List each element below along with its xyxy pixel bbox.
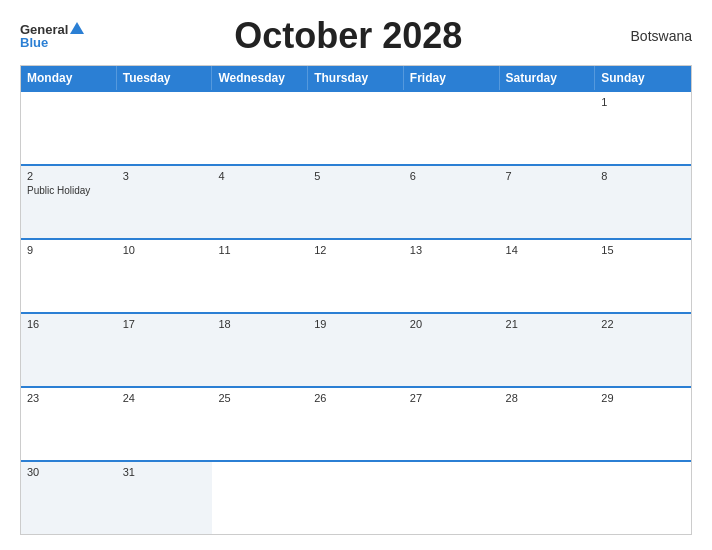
- day-number: 30: [27, 466, 111, 478]
- day-number: 27: [410, 392, 494, 404]
- calendar-cell: 25: [212, 388, 308, 460]
- calendar-cell: 10: [117, 240, 213, 312]
- calendar-cell: [500, 462, 596, 534]
- day-number: 12: [314, 244, 398, 256]
- day-number: 19: [314, 318, 398, 330]
- calendar-cell: 7: [500, 166, 596, 238]
- calendar-cell: 16: [21, 314, 117, 386]
- logo-triangle-icon: [70, 22, 84, 34]
- calendar-week-0: 1: [21, 90, 691, 164]
- calendar-cell: [212, 92, 308, 164]
- calendar-cell: 26: [308, 388, 404, 460]
- calendar-cell: 1: [595, 92, 691, 164]
- calendar-cell: 18: [212, 314, 308, 386]
- calendar-week-2: 9101112131415: [21, 238, 691, 312]
- day-number: 26: [314, 392, 398, 404]
- calendar-cell: 28: [500, 388, 596, 460]
- calendar-cell: 3: [117, 166, 213, 238]
- day-number: 28: [506, 392, 590, 404]
- logo: General Blue: [20, 23, 84, 49]
- calendar-cell: 2Public Holiday: [21, 166, 117, 238]
- calendar-cell: [595, 462, 691, 534]
- calendar-cell: 21: [500, 314, 596, 386]
- day-number: 13: [410, 244, 494, 256]
- calendar-cell: 29: [595, 388, 691, 460]
- header: General Blue October 2028 Botswana: [20, 15, 692, 57]
- calendar-cell: 17: [117, 314, 213, 386]
- calendar-cell: 4: [212, 166, 308, 238]
- header-day-monday: Monday: [21, 66, 117, 90]
- calendar-cell: [500, 92, 596, 164]
- day-number: 18: [218, 318, 302, 330]
- day-number: 9: [27, 244, 111, 256]
- calendar-week-1: 2Public Holiday345678: [21, 164, 691, 238]
- calendar-cell: 31: [117, 462, 213, 534]
- day-number: 31: [123, 466, 207, 478]
- calendar-cell: [212, 462, 308, 534]
- calendar-cell: 13: [404, 240, 500, 312]
- day-number: 21: [506, 318, 590, 330]
- calendar-cell: [404, 462, 500, 534]
- calendar-cell: 6: [404, 166, 500, 238]
- day-number: 10: [123, 244, 207, 256]
- calendar-cell: 11: [212, 240, 308, 312]
- calendar-cell: [308, 462, 404, 534]
- calendar-header: MondayTuesdayWednesdayThursdayFridaySatu…: [21, 66, 691, 90]
- calendar-cell: [404, 92, 500, 164]
- calendar-cell: 8: [595, 166, 691, 238]
- day-number: 29: [601, 392, 685, 404]
- calendar-cell: 19: [308, 314, 404, 386]
- day-event: Public Holiday: [27, 185, 90, 196]
- day-number: 24: [123, 392, 207, 404]
- calendar-cell: 20: [404, 314, 500, 386]
- day-number: 1: [601, 96, 685, 108]
- day-number: 25: [218, 392, 302, 404]
- header-day-sunday: Sunday: [595, 66, 691, 90]
- calendar-title: October 2028: [84, 15, 612, 57]
- calendar-cell: 12: [308, 240, 404, 312]
- country-label: Botswana: [612, 28, 692, 44]
- calendar-cell: 30: [21, 462, 117, 534]
- header-day-wednesday: Wednesday: [212, 66, 308, 90]
- header-day-tuesday: Tuesday: [117, 66, 213, 90]
- day-number: 6: [410, 170, 494, 182]
- day-number: 5: [314, 170, 398, 182]
- calendar-week-3: 16171819202122: [21, 312, 691, 386]
- day-number: 7: [506, 170, 590, 182]
- day-number: 23: [27, 392, 111, 404]
- calendar-week-4: 23242526272829: [21, 386, 691, 460]
- day-number: 20: [410, 318, 494, 330]
- header-day-friday: Friday: [404, 66, 500, 90]
- calendar-cell: 15: [595, 240, 691, 312]
- calendar-cell: 5: [308, 166, 404, 238]
- day-number: 15: [601, 244, 685, 256]
- calendar-cell: 23: [21, 388, 117, 460]
- day-number: 22: [601, 318, 685, 330]
- calendar-page: General Blue October 2028 Botswana Monda…: [0, 0, 712, 550]
- calendar-cell: 27: [404, 388, 500, 460]
- calendar-cell: 24: [117, 388, 213, 460]
- calendar-cell: [117, 92, 213, 164]
- header-day-saturday: Saturday: [500, 66, 596, 90]
- day-number: 2: [27, 170, 111, 182]
- day-number: 14: [506, 244, 590, 256]
- calendar-cell: 9: [21, 240, 117, 312]
- header-day-thursday: Thursday: [308, 66, 404, 90]
- logo-blue-text: Blue: [20, 36, 48, 49]
- calendar-cell: [308, 92, 404, 164]
- day-number: 17: [123, 318, 207, 330]
- day-number: 8: [601, 170, 685, 182]
- day-number: 3: [123, 170, 207, 182]
- calendar-cell: [21, 92, 117, 164]
- calendar-cell: 22: [595, 314, 691, 386]
- day-number: 4: [218, 170, 302, 182]
- calendar-week-5: 3031: [21, 460, 691, 534]
- calendar-cell: 14: [500, 240, 596, 312]
- day-number: 16: [27, 318, 111, 330]
- day-number: 11: [218, 244, 302, 256]
- calendar: MondayTuesdayWednesdayThursdayFridaySatu…: [20, 65, 692, 535]
- calendar-body: 12Public Holiday345678910111213141516171…: [21, 90, 691, 534]
